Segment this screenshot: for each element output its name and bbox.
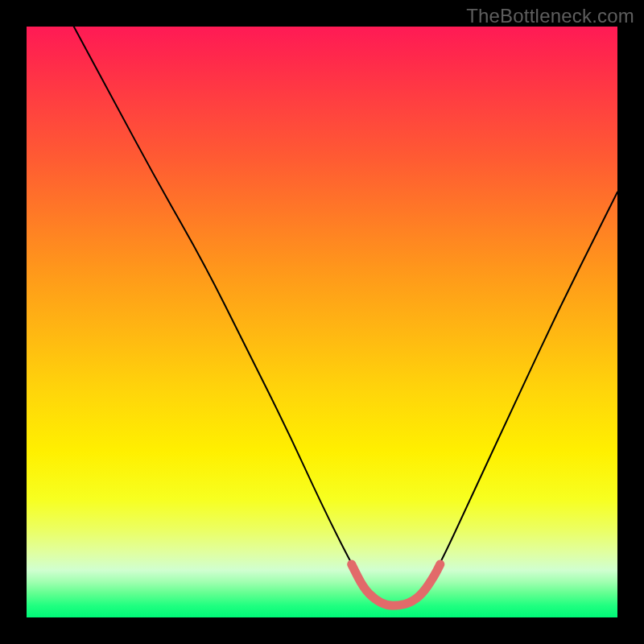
plot-area xyxy=(27,27,617,617)
bottleneck-curve-path xyxy=(74,27,617,605)
chart-frame: TheBottleneck.com xyxy=(0,0,644,644)
trough-highlight-path xyxy=(352,564,440,605)
curve-layer xyxy=(27,27,617,617)
watermark-text: TheBottleneck.com xyxy=(466,5,634,27)
